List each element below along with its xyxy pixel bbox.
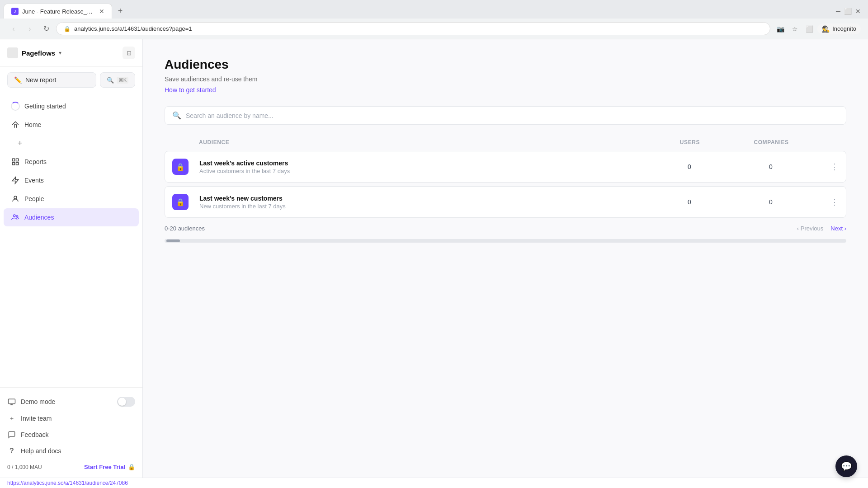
demo-mode-label: Demo mode xyxy=(21,398,113,405)
search-icon: 🔍 xyxy=(107,77,114,84)
toggle-knob xyxy=(118,398,126,406)
app: Pageflows ▾ ⊡ ✏️ New report 🔍 ⌘K Getting… xyxy=(0,39,868,478)
sidebar-item-invite-team[interactable]: + Invite team xyxy=(7,410,135,427)
incognito-icon: 🕵 xyxy=(822,25,830,33)
audience-icon: 🔒 xyxy=(172,194,189,210)
sidebar-item-label: Events xyxy=(24,177,132,184)
horizontal-scrollbar[interactable] xyxy=(165,239,846,243)
maximize-button[interactable]: ⬜ xyxy=(844,8,852,15)
nav-extras: 📷 ☆ ⬜ 🕵 Incognito xyxy=(774,23,861,35)
demo-mode-toggle[interactable] xyxy=(117,397,135,407)
svg-marker-4 xyxy=(12,177,19,184)
chevron-down-icon: ▾ xyxy=(59,50,61,56)
chat-bubble[interactable]: 💬 xyxy=(835,455,857,477)
spinner-icon xyxy=(11,102,20,111)
sidebar-item-audiences[interactable]: Audiences xyxy=(4,208,139,226)
extensions-icon[interactable]: ⬜ xyxy=(803,23,816,35)
svg-rect-0 xyxy=(12,159,14,161)
sidebar-actions: ✏️ New report 🔍 ⌘K xyxy=(0,67,142,93)
audiences-icon xyxy=(11,213,20,222)
lock-icon: 🔒 xyxy=(64,26,71,32)
minimize-button[interactable]: ─ xyxy=(836,8,840,15)
person-icon xyxy=(11,194,20,203)
sidebar-logo xyxy=(7,47,18,58)
row-actions-button[interactable]: ⋮ xyxy=(811,162,839,172)
keyboard-shortcut: ⌘K xyxy=(117,77,128,84)
mau-bar: 0 / 1,000 MAU Start Free Trial 🔒 xyxy=(7,459,135,472)
address-bar[interactable]: 🔒 analytics.june.so/a/14631/audiences?pa… xyxy=(56,22,770,35)
svg-point-5 xyxy=(14,196,17,199)
audience-users-count: 0 xyxy=(649,198,730,206)
sidebar-nav: Getting started Home + xyxy=(0,93,142,387)
feedback-label: Feedback xyxy=(21,431,48,438)
audience-description: Active customers in the last 7 days xyxy=(199,168,649,174)
invite-team-label: Invite team xyxy=(21,415,52,422)
help-icon: ? xyxy=(7,446,16,455)
new-tab-button[interactable]: + xyxy=(114,5,127,18)
close-window-button[interactable]: ✕ xyxy=(855,8,861,15)
row-actions-button[interactable]: ⋮ xyxy=(811,197,839,207)
sidebar-header-icon[interactable]: ⊡ xyxy=(123,47,135,59)
search-input[interactable] xyxy=(186,112,839,119)
sidebar-brand[interactable]: Pageflows ▾ xyxy=(7,47,61,58)
sidebar-brand-name: Pageflows xyxy=(22,49,55,57)
sidebar-item-getting-started[interactable]: Getting started xyxy=(4,97,139,115)
start-trial-button[interactable]: Start Free Trial 🔒 xyxy=(84,464,135,470)
active-tab[interactable]: J June - Feature Release_QR Code ✕ xyxy=(4,4,112,19)
sidebar-bottom: Demo mode + Invite team Feedback ? xyxy=(0,387,142,478)
audience-icon: 🔒 xyxy=(172,159,189,175)
tab-title: June - Feature Release_QR Code xyxy=(22,8,95,15)
mau-text: 0 / 1,000 MAU xyxy=(7,464,42,470)
incognito-badge: 🕵 Incognito xyxy=(817,23,861,34)
camera-off-icon: 📷 xyxy=(774,23,787,35)
svg-rect-1 xyxy=(16,159,19,161)
audience-description: New customers in the last 7 days xyxy=(199,203,649,210)
nav-bar: ‹ › ↻ 🔒 analytics.june.so/a/14631/audien… xyxy=(0,19,868,39)
how-to-get-started-link[interactable]: How to get started xyxy=(165,86,846,94)
main-content: Audiences Save audiences and re-use them… xyxy=(143,39,868,478)
svg-rect-3 xyxy=(16,163,19,165)
demo-icon xyxy=(7,397,16,406)
next-button[interactable]: Next › xyxy=(830,225,846,232)
edit-icon: ✏️ xyxy=(14,76,22,84)
tab-close-button[interactable]: ✕ xyxy=(99,8,104,15)
audience-name: Last week's active customers xyxy=(199,160,649,167)
sidebar-item-help[interactable]: ? Help and docs xyxy=(7,443,135,459)
audience-info: Last week's active customers Active cust… xyxy=(199,160,649,174)
sidebar-item-events[interactable]: Events xyxy=(4,171,139,189)
demo-mode-row: Demo mode xyxy=(7,393,135,410)
feedback-icon xyxy=(7,430,16,439)
sidebar-item-home[interactable]: Home xyxy=(4,116,139,134)
refresh-button[interactable]: ↻ xyxy=(40,23,52,35)
audience-row[interactable]: 🔒 Last week's new customers New customer… xyxy=(165,186,846,218)
sidebar-item-feedback[interactable]: Feedback xyxy=(7,427,135,443)
audience-companies-count: 0 xyxy=(730,163,811,170)
sidebar-item-label: People xyxy=(24,195,132,202)
svg-rect-8 xyxy=(9,399,15,404)
home-icon xyxy=(11,120,20,129)
audience-column-header: AUDIENCE xyxy=(199,139,649,145)
audience-row[interactable]: 🔒 Last week's active customers Active cu… xyxy=(165,151,846,183)
sidebar-item-label: Home xyxy=(24,121,132,128)
status-url: https://analytics.june.so/a/14631/audien… xyxy=(7,480,128,486)
pagination-nav: ‹ Previous Next › xyxy=(797,225,846,232)
forward-button[interactable]: › xyxy=(24,23,36,35)
bookmark-icon[interactable]: ☆ xyxy=(788,23,801,35)
address-text: analytics.june.so/a/14631/audiences?page… xyxy=(74,25,192,32)
sidebar: Pageflows ▾ ⊡ ✏️ New report 🔍 ⌘K Getting… xyxy=(0,39,143,478)
new-report-button[interactable]: ✏️ New report xyxy=(7,72,96,88)
audience-search-bar: 🔍 xyxy=(165,106,846,125)
svg-point-7 xyxy=(16,216,18,217)
sidebar-item-reports[interactable]: Reports xyxy=(4,153,139,171)
audience-users-count: 0 xyxy=(649,163,730,170)
plus-icon: + xyxy=(7,414,16,423)
grid-icon xyxy=(11,157,20,166)
browser-chrome: J June - Feature Release_QR Code ✕ + ─ ⬜… xyxy=(0,0,868,39)
search-button[interactable]: 🔍 ⌘K xyxy=(100,72,135,88)
add-section-button[interactable]: + xyxy=(14,138,25,149)
previous-button[interactable]: ‹ Previous xyxy=(797,225,824,232)
back-button[interactable]: ‹ xyxy=(7,23,20,35)
svg-point-6 xyxy=(14,215,16,217)
sidebar-item-people[interactable]: People xyxy=(4,190,139,208)
scroll-thumb[interactable] xyxy=(166,239,180,242)
